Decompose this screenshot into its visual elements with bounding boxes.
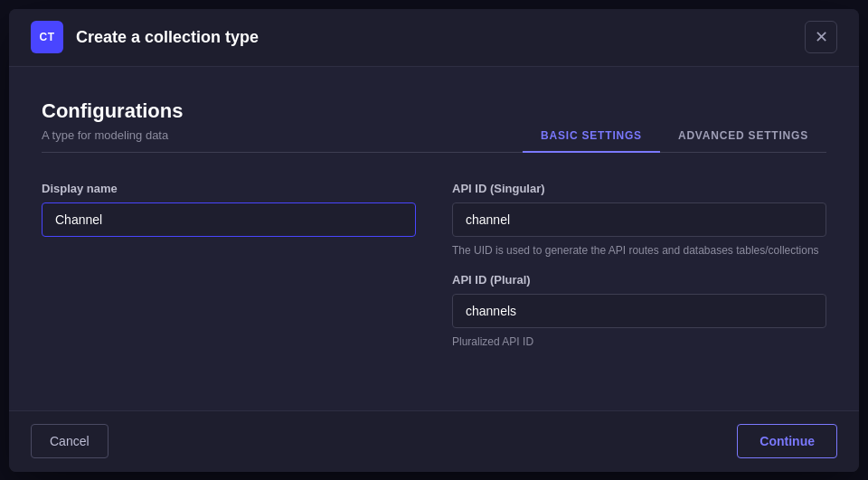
display-name-label: Display name (42, 182, 416, 195)
api-id-plural-input[interactable] (452, 294, 826, 328)
ct-badge: CT (31, 21, 63, 53)
config-subtitle: A type for modeling data (42, 128, 183, 142)
api-id-plural-group: API ID (Plural) Pluralized API ID (452, 273, 826, 350)
form-grid: Display name API ID (Singular) The UID i… (42, 182, 826, 368)
continue-button[interactable]: Continue (737, 424, 837, 458)
config-header: Configurations A type for modeling data (42, 99, 183, 142)
tab-advanced-settings[interactable]: ADVANCED SETTINGS (660, 120, 826, 153)
api-id-plural-hint: Pluralized API ID (452, 334, 826, 350)
modal-header: CT Create a collection type ✕ (9, 9, 859, 67)
api-id-plural-label: API ID (Plural) (452, 273, 826, 287)
form-left-column: Display name (42, 182, 416, 368)
display-name-group: Display name (42, 182, 416, 237)
config-title: Configurations (42, 99, 183, 123)
api-id-singular-input[interactable] (452, 202, 826, 237)
cancel-button[interactable]: Cancel (31, 424, 108, 458)
tab-basic-settings[interactable]: BASIC SETTINGS (523, 120, 660, 153)
display-name-input[interactable] (42, 202, 416, 237)
api-id-singular-hint: The UID is used to generate the API rout… (452, 242, 826, 259)
api-id-singular-group: API ID (Singular) The UID is used to gen… (452, 182, 826, 259)
modal-header-left: CT Create a collection type (31, 21, 259, 53)
close-button[interactable]: ✕ (805, 21, 837, 53)
modal-title: Create a collection type (76, 28, 259, 47)
modal-body: Configurations A type for modeling data … (9, 67, 859, 410)
create-collection-modal: CT Create a collection type ✕ Configurat… (9, 9, 859, 472)
modal-footer: Cancel Continue (9, 410, 859, 472)
form-right-column: API ID (Singular) The UID is used to gen… (452, 182, 826, 368)
api-id-singular-label: API ID (Singular) (452, 182, 826, 195)
